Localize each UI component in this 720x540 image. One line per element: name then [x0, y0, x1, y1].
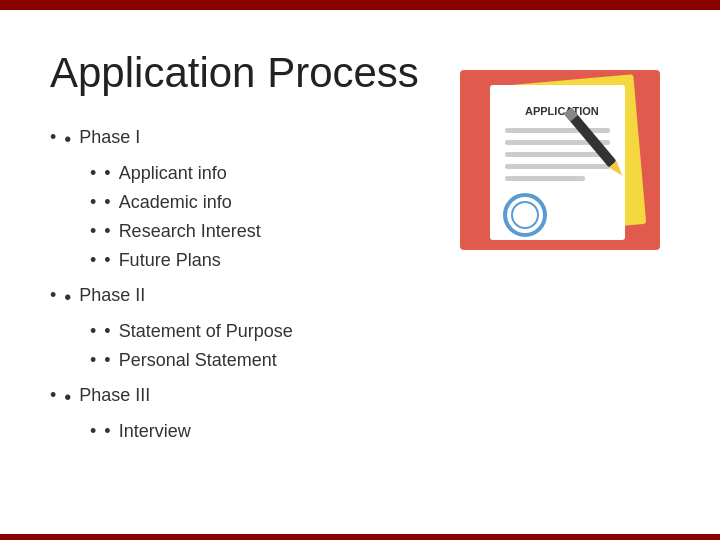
phase1-item: • Phase I: [50, 124, 430, 154]
phase3-label: Phase III: [79, 382, 150, 409]
svg-rect-6: [505, 152, 610, 157]
phase1-sub3: • Research Interest: [50, 218, 430, 245]
phase3-sub1: • Interview: [50, 418, 430, 445]
slide-title: Application Process: [50, 50, 430, 96]
phase2-sub1: • Statement of Purpose: [50, 318, 430, 345]
phase1-sub4: • Future Plans: [50, 247, 430, 274]
svg-rect-8: [505, 176, 585, 181]
phase2-item: • Phase II: [50, 282, 430, 312]
application-svg: APPLICATION: [450, 60, 670, 260]
phase1-sub1: • Applicant info: [50, 160, 430, 187]
svg-rect-7: [505, 164, 610, 169]
bullet-list: • Phase I • Applicant info • Academic in…: [50, 124, 430, 445]
phase1-label: Phase I: [79, 124, 140, 151]
svg-text:APPLICATION: APPLICATION: [525, 105, 599, 117]
top-bar: [0, 0, 720, 10]
bullet-phase3: •: [64, 382, 71, 412]
slide-container: Application Process • Phase I • Applican…: [0, 10, 720, 540]
bullet-phase1: •: [64, 124, 71, 154]
content-area: Application Process • Phase I • Applican…: [50, 50, 450, 447]
application-illustration: APPLICATION: [450, 60, 670, 260]
svg-rect-4: [505, 128, 610, 133]
phase1-sub2: • Academic info: [50, 189, 430, 216]
phase2-sub2: • Personal Statement: [50, 347, 430, 374]
bottom-bar: [0, 534, 720, 540]
bullet-phase2: •: [64, 282, 71, 312]
phase3-item: • Phase III: [50, 382, 430, 412]
phase2-label: Phase II: [79, 282, 145, 309]
